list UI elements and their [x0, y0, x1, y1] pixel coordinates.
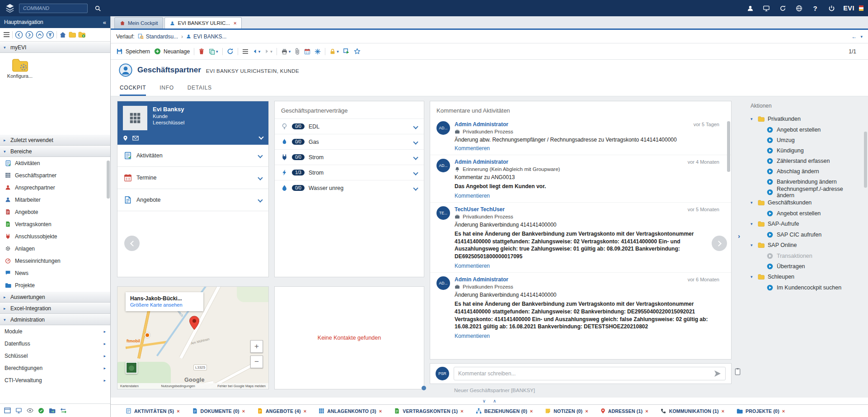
action-uebertragen[interactable]: Übertragen — [751, 261, 861, 271]
footer-tab-beziehungen[interactable]: BEZIEHUNGEN (0) × — [476, 408, 533, 414]
folder-link-icon[interactable] — [49, 408, 56, 413]
footer-tab-projekte[interactable]: PROJEKTE (0) × — [737, 408, 785, 414]
close-icon[interactable]: × — [530, 408, 533, 414]
close-icon[interactable]: × — [782, 408, 785, 414]
history-crumb-search[interactable]: Standardsu... — [138, 33, 178, 40]
vertrag-row-edl[interactable]: 0/0 EDL — [275, 118, 424, 134]
sidebar-item-geschaeftspartner[interactable]: Geschäftspartner — [0, 169, 110, 181]
tab-evi-banksy[interactable]: EVI BANKSY ULRIC... × — [164, 17, 242, 28]
sidebar-item-berechtigungen[interactable]: Berechtigungen ▸ — [0, 362, 110, 374]
konfiguration-item[interactable]: Konfigura... — [4, 58, 36, 79]
sidebar-section-excel[interactable]: ▸ Excel-Integration — [0, 303, 110, 314]
sidebar-section-auswertungen[interactable]: ▸ Auswertungen — [0, 291, 110, 303]
content-scrollbar[interactable] — [864, 132, 867, 188]
chevron-down-icon[interactable] — [258, 197, 262, 203]
footer-tab-dokumente[interactable]: DOKUMENTE (0) × — [192, 408, 245, 414]
chevron-down-icon[interactable] — [258, 152, 262, 159]
nav-next-button[interactable]: ▾ — [264, 49, 272, 54]
profile-row-aktivitaeten[interactable]: Aktivitäten — [117, 145, 268, 167]
tab-close-icon[interactable]: × — [234, 20, 236, 26]
refresh-icon[interactable] — [776, 3, 789, 14]
profile-summary[interactable]: Evi Banksy Kunde Leerschlüssel — [117, 101, 268, 145]
sidebar-item-news[interactable]: News — [0, 267, 110, 279]
nav-top-icon[interactable] — [46, 31, 54, 39]
sidebar-collapse-icon[interactable]: « — [103, 19, 106, 26]
splitter-up-icon[interactable]: ∧ — [493, 398, 496, 403]
clipboard-icon[interactable] — [734, 368, 741, 375]
comment-author[interactable]: Admin Administrator — [455, 121, 508, 128]
footer-tab-anlagenkonto[interactable]: ANLAGENKONTO (3) × — [319, 408, 382, 414]
tab-cockpit[interactable]: COCKPIT — [120, 85, 146, 96]
sidebar-section-zuletzt[interactable]: ▸ Zuletzt verwendet — [0, 134, 110, 146]
close-icon[interactable]: × — [177, 408, 179, 414]
vertrag-row-strom-2[interactable]: 1/3 Strom — [275, 165, 424, 180]
history-crumb-partner[interactable]: EVI BANKS... — [186, 33, 226, 40]
chevron-down-icon[interactable] — [414, 123, 418, 130]
footer-tab-kommunikation[interactable]: KOMMUNIKATION (1) × — [661, 408, 724, 414]
nav-forward-icon[interactable] — [25, 31, 33, 39]
caret-down-icon[interactable]: ▾ — [860, 34, 863, 39]
footer-tab-aktivitaeten[interactable]: AKTIVITÄTEN (5) × — [126, 408, 180, 414]
sidebar-item-cti-verwaltung[interactable]: CTI-Verwaltung ▸ — [0, 374, 110, 386]
menu-button[interactable] — [242, 49, 249, 54]
comment-reply-link[interactable]: Kommentieren — [455, 333, 490, 339]
map-attr-report-link[interactable]: Fehler bei Google Maps melden — [217, 384, 266, 388]
action-abschlag-aendern[interactable]: Abschlag ändern — [751, 166, 861, 176]
chevron-down-icon[interactable] — [414, 185, 418, 191]
comments-scrollbar[interactable] — [727, 121, 730, 172]
sidebar-item-aktivitaeten[interactable]: Aktivitäten — [0, 157, 110, 169]
comment-author[interactable]: TechUser TechUser — [455, 206, 505, 213]
sidebar-item-anschlussobjekte[interactable]: Anschlussobjekte — [0, 230, 110, 242]
home-icon[interactable] — [59, 31, 66, 38]
delete-button[interactable] — [198, 48, 205, 55]
sidebar-item-anlagen[interactable]: Anlagen — [0, 242, 110, 255]
action-group-geschaeftskunden[interactable]: ▾ Geschäftskunden — [751, 197, 861, 208]
chevron-down-icon[interactable] — [414, 170, 418, 176]
footer-tab-adressen[interactable]: ADRESSEN (1) × — [601, 408, 648, 414]
comment-input[interactable] — [458, 370, 710, 377]
action-angebot-erstellen[interactable]: Angebot erstellen — [751, 124, 861, 135]
close-icon[interactable]: × — [304, 408, 306, 414]
send-icon[interactable] — [714, 370, 721, 377]
attachment-button[interactable] — [295, 48, 300, 55]
calendar-button[interactable] — [304, 48, 310, 55]
merge-button[interactable] — [314, 48, 321, 55]
sidebar-item-module[interactable]: Module ▸ — [0, 325, 110, 337]
sidebar-scrollbar[interactable] — [107, 161, 110, 199]
refresh-button[interactable] — [227, 48, 234, 55]
map-larger-link[interactable]: Größere Karte ansehen — [130, 302, 183, 308]
app-window-icon[interactable] — [4, 408, 11, 413]
footer-tab-notizen[interactable]: NOTIZEN (0) × — [545, 408, 588, 414]
carousel-prev-button[interactable] — [124, 236, 140, 251]
action-group-schleupen[interactable]: ▾ Schleupen — [751, 271, 861, 282]
comment-author[interactable]: Admin Administrator — [455, 159, 508, 165]
close-icon[interactable]: × — [460, 408, 463, 414]
action-im-kundencockpit-suchen[interactable]: Im Kundencockpit suchen — [751, 282, 861, 293]
vertrag-row-strom-1[interactable]: 0/0 Strom — [275, 149, 424, 165]
chevron-down-icon[interactable] — [259, 134, 263, 140]
back-arrow-icon[interactable]: ← — [851, 33, 857, 40]
comment-author[interactable]: Admin Administrator — [455, 276, 508, 283]
status-check-icon[interactable] — [38, 408, 44, 414]
monitor-icon[interactable] — [760, 3, 773, 14]
vertrag-row-wasser[interactable]: 0/0 Wasser unreg — [275, 180, 424, 195]
favorite-star-icon[interactable] — [354, 48, 361, 55]
new-button[interactable]: Neuanlage — [154, 48, 190, 55]
action-zaehlerstand-erfassen[interactable]: Zählerstand erfassen — [751, 156, 861, 166]
vertrag-row-gas[interactable]: 0/0 Gas — [275, 134, 424, 149]
comment-reply-link[interactable]: Kommentieren — [455, 263, 490, 269]
sidebar-item-datenfluss[interactable]: Datenfluss ▸ — [0, 337, 110, 350]
action-group-privatkunden[interactable]: ▾ Privatkunden — [751, 114, 861, 124]
menu-icon[interactable] — [3, 32, 10, 38]
nav-up-icon[interactable] — [36, 31, 44, 39]
sidebar-item-messeinrichtungen[interactable]: Messeinrichtungen — [0, 255, 110, 267]
sidebar-item-vertragskonten[interactable]: Vertragskonten — [0, 218, 110, 230]
map-layer-thumbnail[interactable] — [126, 362, 137, 374]
profile-row-termine[interactable]: Termine — [117, 167, 268, 189]
chevron-down-icon[interactable] — [414, 154, 418, 161]
sidebar-item-schluessel[interactable]: Schlüssel ▸ — [0, 350, 110, 362]
user-icon[interactable] — [744, 3, 756, 14]
action-umzug[interactable]: Umzug — [751, 135, 861, 145]
tab-details[interactable]: DETAILS — [188, 85, 212, 96]
sidebar-item-mitarbeiter[interactable]: Mitarbeiter — [0, 194, 110, 206]
